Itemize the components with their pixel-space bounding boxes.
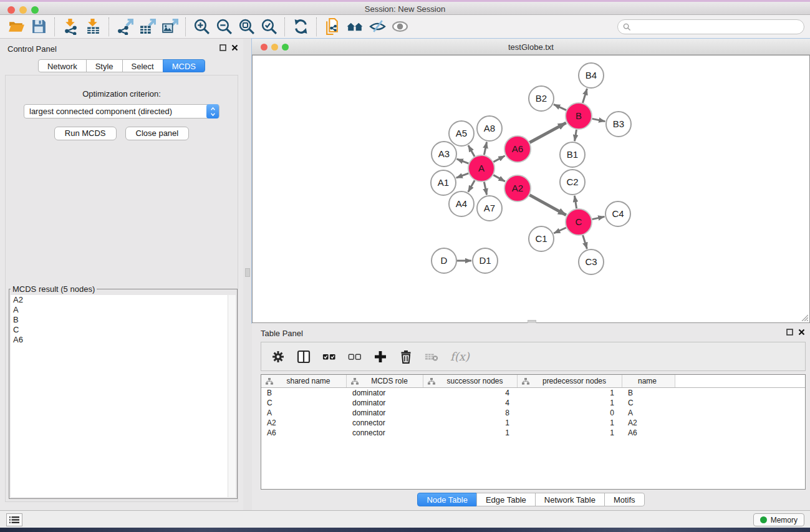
graph-edge-B-B4[interactable]	[583, 89, 587, 103]
run-mcds-button[interactable]: Run MCDS	[54, 127, 117, 140]
graph-node-B[interactable]: B	[566, 103, 592, 129]
graph-node-D[interactable]: D	[432, 248, 456, 273]
float-panel-icon[interactable]	[219, 44, 226, 51]
graph-node-A4[interactable]: A4	[449, 191, 474, 216]
tab-motifs[interactable]: Motifs	[604, 493, 645, 506]
graph-edge-B-B2[interactable]	[554, 104, 566, 110]
close-panel-icon[interactable]	[231, 44, 238, 51]
network-window-titlebar[interactable]: testGlobe.txt	[252, 39, 810, 55]
add-column-icon[interactable]	[374, 350, 387, 364]
graph-node-C1[interactable]: C1	[529, 226, 554, 251]
mcds-result-item[interactable]: A6	[11, 335, 236, 345]
open-session-icon[interactable]	[5, 17, 27, 37]
graph-edge-C-C4[interactable]	[592, 216, 605, 219]
float-table-panel-icon[interactable]	[786, 329, 793, 336]
tab-network-table[interactable]: Network Table	[535, 493, 605, 506]
split-columns-icon[interactable]	[297, 350, 311, 364]
graph-edge-A-A5[interactable]	[468, 145, 475, 157]
table-row[interactable]: A6connector11A6	[261, 428, 805, 438]
zoom-selected-icon[interactable]	[258, 17, 280, 37]
zoom-in-icon[interactable]	[190, 17, 213, 37]
vertical-splitter[interactable]	[243, 39, 252, 510]
graph-node-B1[interactable]: B1	[560, 142, 585, 167]
mcds-result-item[interactable]: A2	[11, 295, 236, 305]
graph-node-C2[interactable]: C2	[560, 170, 585, 195]
column-header-successor-nodes[interactable]: successor nodes	[423, 375, 518, 387]
graph-node-A6[interactable]: A6	[504, 136, 531, 162]
graph-edge-A-A7[interactable]	[484, 182, 486, 195]
function-builder-icon[interactable]: f(x)	[450, 350, 470, 363]
table-row[interactable]: Bdominator41B	[261, 388, 805, 398]
network-canvas[interactable]: AA1A2A3A4A5A6A7A8BB1B2B3B4CC1C2C3C4DD1	[252, 55, 810, 323]
deselect-all-checkboxes-icon[interactable]	[348, 350, 362, 364]
graph-node-B3[interactable]: B3	[606, 112, 631, 137]
graph-edge-B-B1[interactable]	[575, 130, 577, 142]
graph-edge-B-B3[interactable]	[592, 118, 605, 121]
export-network-icon[interactable]	[113, 17, 136, 37]
export-image-icon[interactable]	[158, 17, 181, 37]
graph-node-C[interactable]: C	[566, 209, 592, 235]
show-graphics-details-icon[interactable]	[388, 17, 411, 37]
graph-edge-A-A2[interactable]	[493, 175, 505, 181]
tab-style[interactable]: Style	[86, 59, 123, 72]
settings-icon[interactable]	[271, 350, 285, 364]
graph-node-D1[interactable]: D1	[473, 248, 498, 273]
refresh-icon[interactable]	[289, 17, 312, 37]
search-input[interactable]	[617, 19, 804, 34]
delete-column-icon[interactable]	[399, 350, 413, 364]
tab-node-table[interactable]: Node Table	[417, 493, 477, 506]
home-icon[interactable]	[344, 17, 366, 37]
export-table-icon[interactable]	[136, 17, 158, 37]
mcds-list-scrollbar[interactable]	[228, 295, 236, 497]
graph-edge-C-C2[interactable]	[574, 196, 576, 209]
table-row[interactable]: Adominator80A	[261, 408, 805, 418]
close-panel-button[interactable]: Close panel	[125, 127, 190, 140]
graph-node-A2[interactable]: A2	[504, 175, 531, 201]
graph-node-B4[interactable]: B4	[579, 63, 604, 88]
graph-edge-A-A8[interactable]	[484, 142, 486, 155]
graph-edge-A2-C[interactable]	[529, 195, 566, 215]
resize-grip-icon[interactable]	[800, 313, 808, 321]
graph-edge-A-A3[interactable]	[457, 159, 469, 163]
import-network-icon[interactable]	[59, 17, 82, 37]
graph-node-B2[interactable]: B2	[529, 86, 554, 111]
clone-network-icon[interactable]	[321, 17, 344, 37]
import-table-icon[interactable]	[82, 17, 104, 37]
graph-node-A3[interactable]: A3	[432, 142, 456, 167]
memory-button[interactable]: Memory	[753, 513, 804, 526]
mcds-result-item[interactable]: C	[11, 325, 236, 335]
close-table-panel-icon[interactable]	[798, 329, 805, 336]
column-header-mcds-role[interactable]: MCDS role	[347, 375, 423, 387]
graph-edge-C-C1[interactable]	[554, 228, 566, 233]
graph-node-A8[interactable]: A8	[477, 116, 502, 141]
graph-edge-A-A4[interactable]	[468, 180, 475, 192]
tab-mcds[interactable]: MCDS	[163, 59, 205, 72]
graph-node-C3[interactable]: C3	[579, 249, 604, 274]
select-all-checkboxes-icon[interactable]	[322, 350, 336, 364]
mcds-result-item[interactable]: B	[11, 315, 236, 325]
table-row[interactable]: A2connector11A2	[261, 418, 805, 428]
tab-select[interactable]: Select	[122, 59, 163, 72]
graph-node-C4[interactable]: C4	[605, 201, 630, 226]
splitter-grip[interactable]	[245, 268, 250, 277]
graph-node-A[interactable]: A	[468, 155, 494, 181]
zoom-out-icon[interactable]	[213, 17, 235, 37]
graph-node-A5[interactable]: A5	[449, 121, 474, 146]
graph-node-A7[interactable]: A7	[477, 196, 502, 221]
graph-edge-A-A1[interactable]	[456, 173, 469, 178]
criterion-select[interactable]: largest connected component (directed)	[24, 104, 219, 118]
graph-edge-C-C3[interactable]	[583, 235, 587, 249]
tab-edge-table[interactable]: Edge Table	[476, 493, 536, 506]
zoom-fit-icon[interactable]	[235, 17, 258, 37]
graph-edge-A6-B[interactable]	[529, 123, 566, 143]
column-header-name[interactable]: name	[622, 375, 675, 387]
column-header-shared-name[interactable]: shared name	[261, 375, 347, 387]
tab-network[interactable]: Network	[38, 59, 87, 72]
mcds-result-item[interactable]: A	[11, 305, 236, 315]
column-header-predecessor-nodes[interactable]: predecessor nodes	[518, 375, 622, 387]
hide-graphics-details-icon[interactable]	[366, 17, 388, 37]
save-session-icon[interactable]	[27, 17, 50, 37]
delete-table-icon[interactable]	[425, 350, 438, 364]
task-history-button[interactable]	[6, 513, 22, 526]
graph-node-A1[interactable]: A1	[431, 170, 456, 195]
